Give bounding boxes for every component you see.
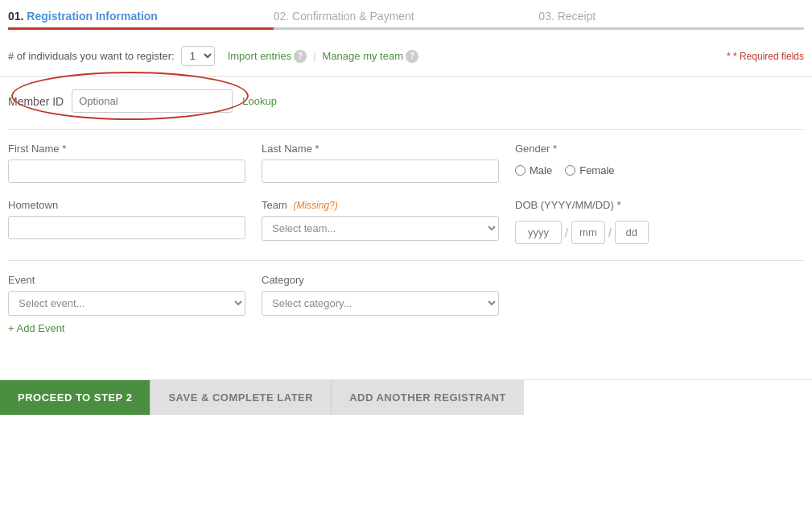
- form-divider: [8, 129, 804, 130]
- required-star: *: [727, 51, 731, 62]
- first-name-label: First Name *: [8, 143, 245, 155]
- team-select[interactable]: Select team...: [262, 216, 499, 241]
- name-gender-row: First Name * Last Name * Gender * Male F…: [8, 143, 804, 183]
- add-registrant-button[interactable]: ADD ANOTHER REGISTRANT: [331, 380, 524, 415]
- category-group: Category Select category...: [262, 274, 499, 316]
- lookup-link[interactable]: Lookup: [242, 95, 277, 107]
- gender-group: Gender * Male Female: [515, 143, 676, 183]
- top-controls: # of individuals you want to register: 1…: [0, 36, 812, 77]
- last-name-label: Last Name *: [262, 143, 499, 155]
- gender-male-label: Male: [530, 164, 552, 176]
- first-name-group: First Name *: [8, 143, 245, 183]
- gender-male-radio[interactable]: [515, 165, 526, 176]
- pipe-divider: |: [313, 50, 315, 62]
- form-divider-2: [8, 260, 804, 261]
- required-fields-label: * * Required fields: [727, 51, 804, 62]
- dob-month-input[interactable]: [571, 221, 605, 244]
- dob-group: DOB (YYYY/MM/DD) * / /: [515, 199, 649, 244]
- event-group: Event Select event...: [8, 274, 245, 316]
- step2-underline: [274, 27, 539, 30]
- dob-label: DOB (YYYY/MM/DD) *: [515, 199, 649, 211]
- gender-male-option[interactable]: Male: [515, 164, 552, 176]
- dob-day-input[interactable]: [615, 221, 649, 244]
- member-id-label: Member ID: [8, 95, 64, 108]
- step-3[interactable]: 03. Receipt: [538, 10, 804, 36]
- step-1[interactable]: 01. Registration Information: [8, 10, 274, 36]
- manage-team-link[interactable]: Manage my team: [323, 50, 403, 62]
- category-select[interactable]: Select category...: [262, 291, 499, 316]
- gender-female-label: Female: [579, 164, 614, 176]
- step3-num: 03.: [538, 10, 554, 23]
- team-missing-label: (Missing?): [293, 200, 337, 211]
- gender-radio-group: Male Female: [515, 164, 676, 176]
- hometown-input[interactable]: [8, 216, 245, 239]
- last-name-input[interactable]: [262, 159, 499, 183]
- save-later-button[interactable]: SAVE & COMPLETE LATER: [150, 380, 331, 415]
- gender-female-option[interactable]: Female: [565, 164, 614, 176]
- manage-help-icon[interactable]: ?: [406, 50, 418, 63]
- bottom-bar: PROCEED TO STEP 2 SAVE & COMPLETE LATER …: [0, 379, 812, 415]
- individuals-label: # of individuals you want to register:: [8, 50, 175, 62]
- steps-bar: 01. Registration Information 02. Confirm…: [0, 0, 812, 36]
- add-event-link[interactable]: + Add Event: [8, 322, 64, 334]
- step1-num: 01.: [8, 10, 23, 23]
- event-category-row: Event Select event... Category Select ca…: [8, 274, 804, 316]
- member-id-input-wrap: [72, 89, 233, 113]
- last-name-group: Last Name *: [262, 143, 499, 183]
- form-area: Member ID Lookup First Name * Last Name …: [0, 77, 812, 363]
- category-label: Category: [262, 274, 499, 286]
- gender-label: Gender *: [515, 143, 676, 155]
- quantity-select[interactable]: 1 2 3 4 5: [181, 46, 215, 66]
- event-label: Event: [8, 274, 245, 286]
- step2-num: 02.: [274, 10, 289, 23]
- member-id-row: Member ID Lookup: [8, 89, 804, 113]
- team-label: Team (Missing?): [262, 199, 499, 211]
- team-group: Team (Missing?) Select team...: [262, 199, 499, 244]
- first-name-input[interactable]: [8, 159, 245, 183]
- step1-underline: [8, 27, 274, 30]
- event-select[interactable]: Select event...: [8, 291, 245, 316]
- step2-label: Confirmation & Payment: [292, 10, 414, 23]
- dob-inputs: / /: [515, 221, 649, 244]
- step1-label: Registration Information: [27, 10, 158, 23]
- step3-label: Receipt: [558, 10, 596, 23]
- dob-sep-2: /: [608, 226, 612, 239]
- hometown-team-dob-row: Hometown Team (Missing?) Select team... …: [8, 199, 804, 244]
- hometown-label: Hometown: [8, 199, 245, 211]
- dob-sep-1: /: [565, 226, 568, 239]
- step-2[interactable]: 02. Confirmation & Payment: [274, 10, 539, 36]
- gender-female-radio[interactable]: [565, 165, 575, 176]
- import-entries-link[interactable]: Import entries: [228, 50, 291, 62]
- import-help-icon[interactable]: ?: [294, 50, 307, 63]
- step3-underline: [538, 27, 804, 30]
- dob-year-input[interactable]: [515, 221, 562, 244]
- member-id-input[interactable]: [72, 89, 233, 113]
- proceed-button[interactable]: PROCEED TO STEP 2: [0, 380, 150, 415]
- hometown-group: Hometown: [8, 199, 245, 244]
